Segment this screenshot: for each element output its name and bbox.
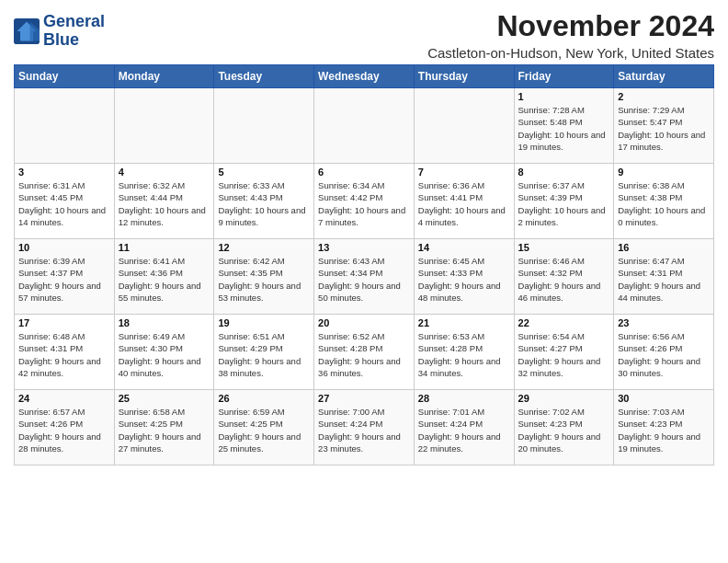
day-info: Sunrise: 7:01 AMSunset: 4:24 PMDaylight:… — [418, 406, 510, 454]
day-info: Sunrise: 6:56 AMSunset: 4:26 PMDaylight:… — [618, 330, 710, 379]
location-title: Castleton-on-Hudson, New York, United St… — [427, 45, 714, 61]
day-number: 29 — [518, 393, 610, 404]
day-info: Sunrise: 6:39 AMSunset: 4:37 PMDaylight:… — [18, 255, 110, 304]
day-info: Sunrise: 6:54 AMSunset: 4:27 PMDaylight:… — [518, 330, 610, 379]
day-number: 12 — [218, 242, 310, 253]
day-info: Sunrise: 6:38 AMSunset: 4:38 PMDaylight:… — [618, 179, 710, 228]
calendar-cell: 14Sunrise: 6:45 AMSunset: 4:33 PMDayligh… — [414, 239, 514, 315]
day-number: 20 — [318, 317, 410, 328]
day-info: Sunrise: 6:36 AMSunset: 4:41 PMDaylight:… — [418, 179, 510, 228]
day-info: Sunrise: 7:03 AMSunset: 4:23 PMDaylight:… — [618, 406, 710, 454]
day-info: Sunrise: 6:42 AMSunset: 4:35 PMDaylight:… — [218, 255, 310, 304]
calendar-cell: 27Sunrise: 7:00 AMSunset: 4:24 PMDayligh… — [314, 390, 415, 465]
day-number: 23 — [618, 317, 710, 328]
day-number: 22 — [518, 317, 610, 328]
calendar-cell: 21Sunrise: 6:53 AMSunset: 4:28 PMDayligh… — [414, 315, 514, 390]
day-info: Sunrise: 6:33 AMSunset: 4:43 PMDaylight:… — [218, 179, 310, 228]
day-number: 7 — [418, 167, 510, 178]
day-number: 14 — [418, 242, 510, 253]
day-info: Sunrise: 6:52 AMSunset: 4:28 PMDaylight:… — [318, 330, 410, 379]
calendar-week-1: 3Sunrise: 6:31 AMSunset: 4:45 PMDaylight… — [15, 164, 714, 239]
calendar-header-friday: Friday — [514, 65, 614, 88]
calendar-cell: 28Sunrise: 7:01 AMSunset: 4:24 PMDayligh… — [414, 390, 514, 465]
calendar-cell: 17Sunrise: 6:48 AMSunset: 4:31 PMDayligh… — [15, 315, 115, 390]
header: General Blue November 2024 Castleton-on-… — [14, 9, 714, 61]
calendar-cell: 13Sunrise: 6:43 AMSunset: 4:34 PMDayligh… — [314, 239, 415, 315]
calendar-table: SundayMondayTuesdayWednesdayThursdayFrid… — [14, 64, 714, 465]
day-number: 21 — [418, 317, 510, 328]
calendar-cell — [214, 88, 314, 164]
day-info: Sunrise: 6:51 AMSunset: 4:29 PMDaylight:… — [218, 330, 310, 379]
day-number: 30 — [618, 393, 710, 404]
day-number: 10 — [18, 242, 110, 253]
calendar-cell: 7Sunrise: 6:36 AMSunset: 4:41 PMDaylight… — [414, 164, 514, 239]
day-info: Sunrise: 7:29 AMSunset: 5:47 PMDaylight:… — [618, 104, 710, 153]
day-number: 25 — [119, 393, 210, 404]
calendar-cell: 12Sunrise: 6:42 AMSunset: 4:35 PMDayligh… — [214, 239, 314, 315]
day-number: 18 — [119, 317, 210, 328]
day-number: 15 — [518, 242, 610, 253]
day-number: 1 — [518, 91, 610, 102]
day-number: 28 — [418, 393, 510, 404]
calendar-header-tuesday: Tuesday — [214, 65, 314, 88]
calendar-cell: 3Sunrise: 6:31 AMSunset: 4:45 PMDaylight… — [15, 164, 115, 239]
calendar-cell: 24Sunrise: 6:57 AMSunset: 4:26 PMDayligh… — [15, 390, 115, 465]
day-info: Sunrise: 6:58 AMSunset: 4:25 PMDaylight:… — [119, 406, 210, 454]
calendar-header-thursday: Thursday — [414, 65, 514, 88]
day-info: Sunrise: 6:31 AMSunset: 4:45 PMDaylight:… — [18, 179, 110, 228]
calendar-cell: 29Sunrise: 7:02 AMSunset: 4:23 PMDayligh… — [514, 390, 614, 465]
calendar-cell: 25Sunrise: 6:58 AMSunset: 4:25 PMDayligh… — [114, 390, 214, 465]
calendar-week-0: 1Sunrise: 7:28 AMSunset: 5:48 PMDaylight… — [15, 88, 714, 164]
calendar-cell: 1Sunrise: 7:28 AMSunset: 5:48 PMDaylight… — [514, 88, 614, 164]
day-info: Sunrise: 6:43 AMSunset: 4:34 PMDaylight:… — [318, 255, 410, 304]
calendar-cell: 23Sunrise: 6:56 AMSunset: 4:26 PMDayligh… — [614, 315, 714, 390]
calendar-cell: 4Sunrise: 6:32 AMSunset: 4:44 PMDaylight… — [114, 164, 214, 239]
day-number: 4 — [119, 167, 210, 178]
calendar-cell: 8Sunrise: 6:37 AMSunset: 4:39 PMDaylight… — [514, 164, 614, 239]
day-number: 26 — [218, 393, 310, 404]
day-number: 27 — [318, 393, 410, 404]
day-number: 16 — [618, 242, 710, 253]
day-info: Sunrise: 6:53 AMSunset: 4:28 PMDaylight:… — [418, 330, 510, 379]
day-info: Sunrise: 7:28 AMSunset: 5:48 PMDaylight:… — [518, 104, 610, 153]
day-number: 13 — [318, 242, 410, 253]
calendar-cell: 6Sunrise: 6:34 AMSunset: 4:42 PMDaylight… — [314, 164, 415, 239]
day-number: 17 — [18, 317, 110, 328]
calendar-cell: 19Sunrise: 6:51 AMSunset: 4:29 PMDayligh… — [214, 315, 314, 390]
day-info: Sunrise: 6:41 AMSunset: 4:36 PMDaylight:… — [119, 255, 210, 304]
calendar-cell: 2Sunrise: 7:29 AMSunset: 5:47 PMDaylight… — [614, 88, 714, 164]
day-number: 5 — [218, 167, 310, 178]
calendar-cell: 16Sunrise: 6:47 AMSunset: 4:31 PMDayligh… — [614, 239, 714, 315]
calendar-week-2: 10Sunrise: 6:39 AMSunset: 4:37 PMDayligh… — [15, 239, 714, 315]
title-area: November 2024 Castleton-on-Hudson, New Y… — [427, 9, 714, 61]
day-info: Sunrise: 6:48 AMSunset: 4:31 PMDaylight:… — [18, 330, 110, 379]
calendar-cell — [314, 88, 415, 164]
day-number: 3 — [18, 167, 110, 178]
day-info: Sunrise: 6:45 AMSunset: 4:33 PMDaylight:… — [418, 255, 510, 304]
logo-text: General Blue — [43, 13, 105, 50]
day-number: 9 — [618, 167, 710, 178]
calendar-cell: 30Sunrise: 7:03 AMSunset: 4:23 PMDayligh… — [614, 390, 714, 465]
calendar-cell: 11Sunrise: 6:41 AMSunset: 4:36 PMDayligh… — [114, 239, 214, 315]
day-info: Sunrise: 6:57 AMSunset: 4:26 PMDaylight:… — [18, 406, 110, 454]
day-info: Sunrise: 6:49 AMSunset: 4:30 PMDaylight:… — [119, 330, 210, 379]
day-info: Sunrise: 6:32 AMSunset: 4:44 PMDaylight:… — [119, 179, 210, 228]
day-info: Sunrise: 7:02 AMSunset: 4:23 PMDaylight:… — [518, 406, 610, 454]
calendar-cell: 18Sunrise: 6:49 AMSunset: 4:30 PMDayligh… — [114, 315, 214, 390]
day-number: 11 — [119, 242, 210, 253]
day-info: Sunrise: 6:46 AMSunset: 4:32 PMDaylight:… — [518, 255, 610, 304]
calendar-header-wednesday: Wednesday — [314, 65, 415, 88]
calendar-header-saturday: Saturday — [614, 65, 714, 88]
day-info: Sunrise: 6:37 AMSunset: 4:39 PMDaylight:… — [518, 179, 610, 228]
month-title: November 2024 — [427, 9, 714, 43]
day-info: Sunrise: 7:00 AMSunset: 4:24 PMDaylight:… — [318, 406, 410, 454]
day-info: Sunrise: 6:59 AMSunset: 4:25 PMDaylight:… — [218, 406, 310, 454]
calendar-cell: 5Sunrise: 6:33 AMSunset: 4:43 PMDaylight… — [214, 164, 314, 239]
day-info: Sunrise: 6:34 AMSunset: 4:42 PMDaylight:… — [318, 179, 410, 228]
day-number: 24 — [18, 393, 110, 404]
calendar-cell: 20Sunrise: 6:52 AMSunset: 4:28 PMDayligh… — [314, 315, 415, 390]
page: General Blue November 2024 Castleton-on-… — [0, 0, 728, 475]
calendar-cell — [114, 88, 214, 164]
calendar-cell: 9Sunrise: 6:38 AMSunset: 4:38 PMDaylight… — [614, 164, 714, 239]
calendar-header-monday: Monday — [114, 65, 214, 88]
